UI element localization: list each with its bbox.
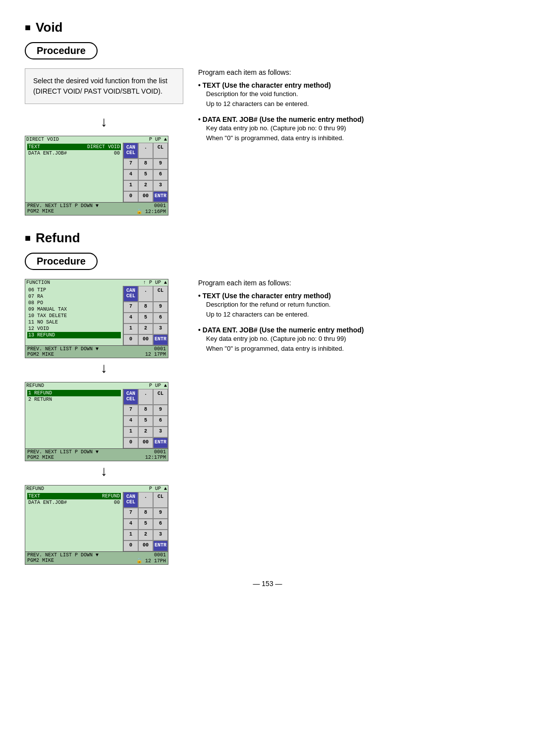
void-key-2[interactable]: 2	[138, 180, 153, 191]
void-item-1-title: TEXT (Use the character entry method)	[198, 81, 510, 89]
refund3-key-3[interactable]: 3	[153, 530, 168, 540]
refund2-key-cl[interactable]: CL	[153, 389, 168, 405]
refund2-key-2[interactable]: 2	[138, 427, 153, 437]
refund-screen1-footer: PREV. NEXT LIST P DOWN ▼ PGM2 MIKE 0001 …	[25, 345, 168, 358]
refund2-key-4[interactable]: 4	[123, 416, 138, 427]
void-item-1: TEXT (Use the character entry method) De…	[198, 81, 510, 108]
refund3-key-1[interactable]: 1	[123, 530, 138, 540]
refund2-key-8[interactable]: 8	[138, 405, 153, 416]
void-key-7[interactable]: 7	[123, 159, 138, 169]
refund-key-00[interactable]: 00	[138, 334, 153, 345]
void-info-box: Select the desired void function from th…	[25, 68, 183, 104]
refund2-key-dot[interactable]: .	[138, 389, 153, 405]
refund2-key-can[interactable]: CANCEL	[123, 389, 138, 405]
refund-list-09: 09 MANUAL TAX	[27, 306, 121, 313]
refund-key-can[interactable]: CANCEL	[123, 286, 138, 302]
refund-item-2: DATA ENT. JOB# (Use the numeric entry me…	[198, 326, 510, 353]
refund3-key-8[interactable]: 8	[138, 508, 153, 519]
refund-item-2-desc1: Key data entry job no. (Capture job no: …	[198, 334, 510, 344]
void-procedure-badge: Procedure	[25, 42, 98, 59]
refund-key-2[interactable]: 2	[138, 324, 153, 334]
void-key-cl[interactable]: CL	[153, 143, 168, 159]
refund3-key-00[interactable]: 00	[138, 540, 153, 551]
void-left-col: Select the desired void function from th…	[25, 68, 183, 216]
void-key-1[interactable]: 1	[123, 180, 138, 191]
void-screen-footer: PREV. NEXT LIST P DOWN ▼ PGM2 MIKE 0001 …	[25, 202, 168, 215]
refund-key-1[interactable]: 1	[123, 324, 138, 334]
void-key-9[interactable]: 9	[153, 159, 168, 169]
refund3-key-6[interactable]: 6	[153, 519, 168, 530]
refund-left-col: FUNCTION ↑ P UP ▲ 06 TIP 07 RA 08 PO 09 …	[25, 279, 183, 565]
refund3-key-7[interactable]: 7	[123, 508, 138, 519]
refund-key-0[interactable]: 0	[123, 334, 138, 345]
void-key-3[interactable]: 3	[153, 180, 168, 191]
refund-key-5[interactable]: 5	[138, 313, 153, 324]
refund-item-1: TEXT (Use the character entry method) De…	[198, 292, 510, 319]
refund2-key-6[interactable]: 6	[153, 416, 168, 427]
void-key-entr[interactable]: ENTR	[153, 191, 168, 202]
refund-list-11: 11 NO SALE	[27, 319, 121, 325]
refund-list-08: 08 PO	[27, 300, 121, 306]
void-screen-1: DIRECT VOID P UP ▲ TEXT DIRECT VOID DATA…	[25, 136, 168, 216]
void-item-2-desc1: Key data entry job no. (Capture job no: …	[198, 123, 510, 133]
refund2-key-0[interactable]: 0	[123, 437, 138, 448]
refund-key-4[interactable]: 4	[123, 313, 138, 324]
refund-list-13: 13 REFUND	[27, 332, 121, 338]
void-key-dot[interactable]: .	[138, 143, 153, 159]
void-item-1-desc2: Up to 12 characters can be entered.	[198, 99, 510, 109]
refund-screen3-row-data: DATA ENT.JOB# 00	[27, 499, 121, 506]
refund3-key-cl[interactable]: CL	[153, 492, 168, 508]
refund-list-10: 10 TAX DELETE	[27, 313, 121, 319]
refund-procedure-badge: Procedure	[25, 253, 98, 270]
void-key-4[interactable]: 4	[123, 169, 138, 180]
refund2-key-1[interactable]: 1	[123, 427, 138, 437]
refund-right-col: Program each item as follows: TEXT (Use …	[198, 279, 510, 565]
void-items-list: TEXT (Use the character entry method) De…	[198, 81, 510, 143]
void-key-00[interactable]: 00	[138, 191, 153, 202]
void-key-6[interactable]: 6	[153, 169, 168, 180]
void-key-8[interactable]: 8	[138, 159, 153, 169]
void-right-col: Program each item as follows: TEXT (Use …	[198, 68, 510, 216]
refund-key-6[interactable]: 6	[153, 313, 168, 324]
void-item-2-desc2: When "0" is programmed, data entry is in…	[198, 133, 510, 143]
refund-key-entr[interactable]: ENTR	[153, 334, 168, 345]
refund-screen2-footer: PREV. NEXT LIST P DOWN ▼ PGM2 MIKE 0001 …	[25, 448, 168, 461]
refund-key-8[interactable]: 8	[138, 302, 153, 313]
void-key-0[interactable]: 0	[123, 191, 138, 202]
void-key-5[interactable]: 5	[138, 169, 153, 180]
refund-key-cl[interactable]: CL	[153, 286, 168, 302]
refund-list-2-return: 2 RETURN	[27, 396, 121, 403]
refund-key-7[interactable]: 7	[123, 302, 138, 313]
void-arrow: ↓	[25, 112, 183, 132]
refund-keypad-2: CANCEL . CL 7 8 9 4 5 6 1 2 3 0 00	[123, 389, 168, 448]
refund3-key-5[interactable]: 5	[138, 519, 153, 530]
void-item-2-title: DATA ENT. JOB# (Use the numeric entry me…	[198, 115, 510, 123]
refund2-key-9[interactable]: 9	[153, 405, 168, 416]
refund2-key-entr[interactable]: ENTR	[153, 437, 168, 448]
refund-screen-2: REFUND P UP ▲ 1 REFUND 2 RETURN CANCEL .…	[25, 382, 168, 461]
void-title: Void	[25, 20, 510, 35]
refund-item-1-desc2: Up to 12 characters can be entered.	[198, 310, 510, 320]
refund-screen1-body: 06 TIP 07 RA 08 PO 09 MANUAL TAX 10 TAX …	[25, 286, 168, 345]
refund3-key-2[interactable]: 2	[138, 530, 153, 540]
refund3-key-0[interactable]: 0	[123, 540, 138, 551]
refund2-key-3[interactable]: 3	[153, 427, 168, 437]
refund-key-9[interactable]: 9	[153, 302, 168, 313]
refund-arrow-1: ↓	[25, 358, 183, 378]
void-screen-main: TEXT DIRECT VOID DATA ENT.JOB# 00	[25, 143, 123, 202]
void-key-can[interactable]: CANCEL	[123, 143, 138, 159]
refund2-key-5[interactable]: 5	[138, 416, 153, 427]
refund-keypad-1: CANCEL . CL 7 8 9 4 5 6 1 2 3 0 00	[123, 286, 168, 345]
refund3-key-4[interactable]: 4	[123, 519, 138, 530]
refund2-key-7[interactable]: 7	[123, 405, 138, 416]
refund3-key-can[interactable]: CANCEL	[123, 492, 138, 508]
refund-item-2-desc2: When "0" is programmed, data entry is in…	[198, 344, 510, 354]
refund2-key-00[interactable]: 00	[138, 437, 153, 448]
refund3-key-dot[interactable]: .	[138, 492, 153, 508]
refund-screen2-main: 1 REFUND 2 RETURN	[25, 389, 123, 448]
refund-key-3[interactable]: 3	[153, 324, 168, 334]
refund-key-dot[interactable]: .	[138, 286, 153, 302]
refund-screen-3: REFUND P UP ▲ TEXT REFUND DATA ENT.JOB# …	[25, 485, 168, 565]
refund3-key-entr[interactable]: ENTR	[153, 540, 168, 551]
refund3-key-9[interactable]: 9	[153, 508, 168, 519]
